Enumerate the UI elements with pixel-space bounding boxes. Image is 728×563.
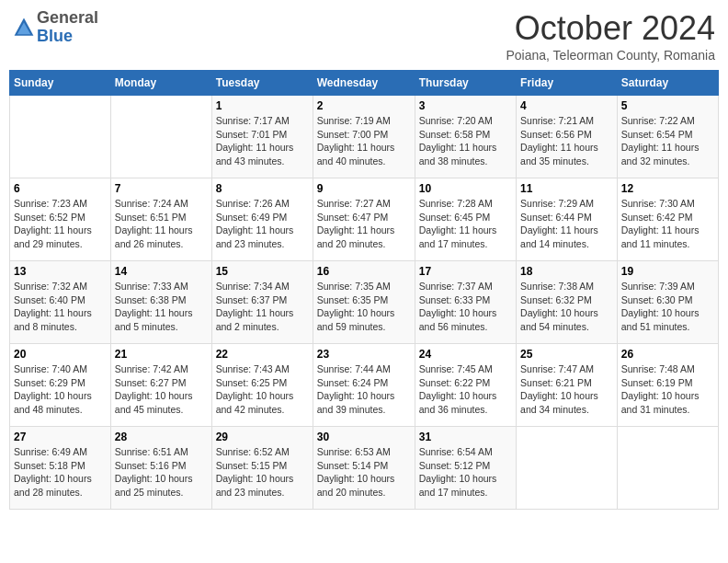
day-info: Sunrise: 6:49 AMSunset: 5:18 PMDaylight:… bbox=[14, 445, 107, 500]
day-number: 5 bbox=[621, 99, 714, 112]
day-info: Sunrise: 7:33 AMSunset: 6:38 PMDaylight:… bbox=[115, 280, 208, 334]
calendar-cell: 19Sunrise: 7:39 AMSunset: 6:30 PMDayligh… bbox=[617, 261, 718, 344]
weekday-header-sunday: Sunday bbox=[10, 71, 111, 96]
calendar-cell: 30Sunrise: 6:53 AMSunset: 5:14 PMDayligh… bbox=[313, 427, 415, 510]
day-info: Sunrise: 7:38 AMSunset: 6:32 PMDaylight:… bbox=[520, 280, 613, 334]
location-subtitle: Poiana, Teleorman County, Romania bbox=[506, 48, 716, 63]
day-info: Sunrise: 7:26 AMSunset: 6:49 PMDaylight:… bbox=[216, 197, 309, 251]
logo: General Blue bbox=[13, 9, 98, 46]
calendar-cell: 5Sunrise: 7:22 AMSunset: 6:54 PMDaylight… bbox=[617, 96, 718, 178]
logo-blue: Blue bbox=[37, 27, 73, 45]
calendar-cell: 14Sunrise: 7:33 AMSunset: 6:38 PMDayligh… bbox=[110, 261, 211, 344]
day-info: Sunrise: 7:34 AMSunset: 6:37 PMDaylight:… bbox=[216, 280, 309, 334]
day-info: Sunrise: 7:35 AMSunset: 6:35 PMDaylight:… bbox=[317, 280, 411, 334]
calendar-cell: 15Sunrise: 7:34 AMSunset: 6:37 PMDayligh… bbox=[211, 261, 313, 344]
day-info: Sunrise: 7:22 AMSunset: 6:54 PMDaylight:… bbox=[621, 114, 714, 168]
weekday-header-row: SundayMondayTuesdayWednesdayThursdayFrid… bbox=[10, 71, 719, 96]
calendar-cell bbox=[10, 96, 111, 178]
day-info: Sunrise: 7:19 AMSunset: 7:00 PMDaylight:… bbox=[317, 114, 411, 168]
day-info: Sunrise: 7:21 AMSunset: 6:56 PMDaylight:… bbox=[520, 114, 613, 168]
day-info: Sunrise: 6:53 AMSunset: 5:14 PMDaylight:… bbox=[317, 445, 411, 500]
weekday-header-monday: Monday bbox=[110, 71, 211, 96]
calendar-week-4: 20Sunrise: 7:40 AMSunset: 6:29 PMDayligh… bbox=[10, 344, 719, 427]
day-info: Sunrise: 7:29 AMSunset: 6:44 PMDaylight:… bbox=[520, 197, 613, 251]
calendar-cell: 10Sunrise: 7:28 AMSunset: 6:45 PMDayligh… bbox=[415, 178, 516, 261]
day-number: 17 bbox=[419, 265, 512, 278]
logo-general: General bbox=[37, 8, 98, 27]
calendar-cell: 3Sunrise: 7:20 AMSunset: 6:58 PMDaylight… bbox=[415, 96, 516, 178]
calendar-cell: 22Sunrise: 7:43 AMSunset: 6:25 PMDayligh… bbox=[211, 344, 313, 427]
calendar-cell: 2Sunrise: 7:19 AMSunset: 7:00 PMDaylight… bbox=[313, 96, 415, 178]
day-number: 20 bbox=[14, 348, 107, 361]
day-info: Sunrise: 7:42 AMSunset: 6:27 PMDaylight:… bbox=[115, 362, 208, 417]
calendar-header: SundayMondayTuesdayWednesdayThursdayFrid… bbox=[10, 71, 719, 96]
day-number: 8 bbox=[216, 182, 309, 195]
day-info: Sunrise: 7:32 AMSunset: 6:40 PMDaylight:… bbox=[14, 280, 107, 334]
day-number: 29 bbox=[216, 431, 309, 443]
calendar-cell: 21Sunrise: 7:42 AMSunset: 6:27 PMDayligh… bbox=[110, 344, 211, 427]
day-number: 22 bbox=[216, 348, 309, 361]
calendar-cell: 28Sunrise: 6:51 AMSunset: 5:16 PMDayligh… bbox=[110, 427, 211, 510]
calendar-cell: 29Sunrise: 6:52 AMSunset: 5:15 PMDayligh… bbox=[211, 427, 313, 510]
weekday-header-saturday: Saturday bbox=[617, 71, 718, 96]
calendar-cell: 23Sunrise: 7:44 AMSunset: 6:24 PMDayligh… bbox=[313, 344, 415, 427]
calendar-cell: 25Sunrise: 7:47 AMSunset: 6:21 PMDayligh… bbox=[517, 344, 618, 427]
day-number: 26 bbox=[621, 348, 714, 361]
calendar-cell: 27Sunrise: 6:49 AMSunset: 5:18 PMDayligh… bbox=[10, 427, 111, 510]
day-number: 11 bbox=[520, 182, 613, 195]
day-number: 10 bbox=[419, 182, 512, 195]
day-info: Sunrise: 7:47 AMSunset: 6:21 PMDaylight:… bbox=[520, 362, 613, 417]
calendar-cell: 8Sunrise: 7:26 AMSunset: 6:49 PMDaylight… bbox=[211, 178, 313, 261]
page-header: General Blue October 2024 Poiana, Teleor… bbox=[9, 9, 719, 63]
day-info: Sunrise: 7:24 AMSunset: 6:51 PMDaylight:… bbox=[115, 197, 208, 251]
day-number: 27 bbox=[14, 431, 107, 443]
calendar-cell: 18Sunrise: 7:38 AMSunset: 6:32 PMDayligh… bbox=[517, 261, 618, 344]
day-info: Sunrise: 7:45 AMSunset: 6:22 PMDaylight:… bbox=[419, 362, 512, 417]
day-number: 12 bbox=[621, 182, 714, 195]
day-number: 30 bbox=[317, 431, 411, 443]
day-number: 19 bbox=[621, 265, 714, 278]
day-info: Sunrise: 7:30 AMSunset: 6:42 PMDaylight:… bbox=[621, 197, 714, 251]
weekday-header-wednesday: Wednesday bbox=[313, 71, 415, 96]
calendar-cell: 9Sunrise: 7:27 AMSunset: 6:47 PMDaylight… bbox=[313, 178, 415, 261]
day-info: Sunrise: 7:20 AMSunset: 6:58 PMDaylight:… bbox=[419, 114, 512, 168]
day-number: 16 bbox=[317, 265, 411, 278]
calendar-table: SundayMondayTuesdayWednesdayThursdayFrid… bbox=[9, 70, 719, 510]
day-info: Sunrise: 6:54 AMSunset: 5:12 PMDaylight:… bbox=[419, 445, 512, 500]
day-number: 28 bbox=[115, 431, 208, 443]
day-number: 2 bbox=[317, 99, 411, 112]
calendar-cell bbox=[110, 96, 211, 178]
title-block: October 2024 Poiana, Teleorman County, R… bbox=[506, 9, 716, 63]
weekday-header-tuesday: Tuesday bbox=[211, 71, 313, 96]
day-info: Sunrise: 7:39 AMSunset: 6:30 PMDaylight:… bbox=[621, 280, 714, 334]
calendar-week-3: 13Sunrise: 7:32 AMSunset: 6:40 PMDayligh… bbox=[10, 261, 719, 344]
day-number: 13 bbox=[14, 265, 107, 278]
calendar-cell: 16Sunrise: 7:35 AMSunset: 6:35 PMDayligh… bbox=[313, 261, 415, 344]
calendar-cell: 1Sunrise: 7:17 AMSunset: 7:01 PMDaylight… bbox=[211, 96, 313, 178]
calendar-cell: 12Sunrise: 7:30 AMSunset: 6:42 PMDayligh… bbox=[617, 178, 718, 261]
day-info: Sunrise: 6:52 AMSunset: 5:15 PMDaylight:… bbox=[216, 445, 309, 500]
day-info: Sunrise: 7:27 AMSunset: 6:47 PMDaylight:… bbox=[317, 197, 411, 251]
calendar-cell: 26Sunrise: 7:48 AMSunset: 6:19 PMDayligh… bbox=[617, 344, 718, 427]
calendar-week-1: 1Sunrise: 7:17 AMSunset: 7:01 PMDaylight… bbox=[10, 96, 719, 178]
day-info: Sunrise: 7:23 AMSunset: 6:52 PMDaylight:… bbox=[14, 197, 107, 251]
day-number: 6 bbox=[14, 182, 107, 195]
calendar-cell: 4Sunrise: 7:21 AMSunset: 6:56 PMDaylight… bbox=[517, 96, 618, 178]
day-info: Sunrise: 7:37 AMSunset: 6:33 PMDaylight:… bbox=[419, 280, 512, 334]
calendar-week-5: 27Sunrise: 6:49 AMSunset: 5:18 PMDayligh… bbox=[10, 427, 719, 510]
calendar-cell bbox=[617, 427, 718, 510]
logo-text: General Blue bbox=[37, 9, 98, 46]
day-number: 21 bbox=[115, 348, 208, 361]
day-info: Sunrise: 7:43 AMSunset: 6:25 PMDaylight:… bbox=[216, 362, 309, 417]
day-number: 25 bbox=[520, 348, 613, 361]
day-info: Sunrise: 7:28 AMSunset: 6:45 PMDaylight:… bbox=[419, 197, 512, 251]
day-number: 31 bbox=[419, 431, 512, 443]
day-number: 15 bbox=[216, 265, 309, 278]
calendar-cell: 17Sunrise: 7:37 AMSunset: 6:33 PMDayligh… bbox=[415, 261, 516, 344]
month-title: October 2024 bbox=[506, 9, 716, 48]
day-info: Sunrise: 6:51 AMSunset: 5:16 PMDaylight:… bbox=[115, 445, 208, 500]
day-info: Sunrise: 7:44 AMSunset: 6:24 PMDaylight:… bbox=[317, 362, 411, 417]
day-number: 3 bbox=[419, 99, 512, 112]
calendar-cell: 31Sunrise: 6:54 AMSunset: 5:12 PMDayligh… bbox=[415, 427, 516, 510]
day-number: 18 bbox=[520, 265, 613, 278]
